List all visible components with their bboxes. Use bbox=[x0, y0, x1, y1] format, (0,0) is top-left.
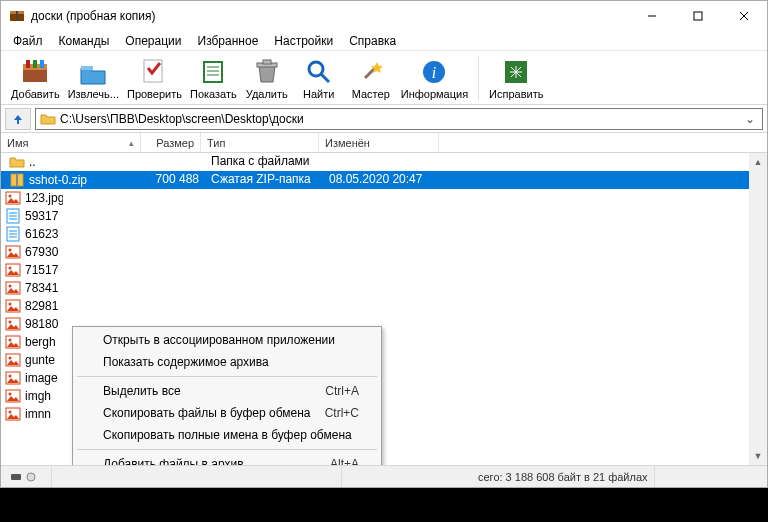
list-item[interactable]: sshot-0.zip700 488Сжатая ZIP-папка08.05.… bbox=[1, 171, 749, 189]
list-item[interactable]: 123.jpg bbox=[1, 189, 63, 207]
view-icon bbox=[199, 58, 227, 86]
col-modified[interactable]: Изменён bbox=[319, 133, 439, 152]
list-item[interactable]: 71517 bbox=[1, 261, 63, 279]
list-item[interactable]: 78341 bbox=[1, 279, 63, 297]
img-icon bbox=[5, 334, 21, 350]
extract-icon bbox=[79, 58, 107, 86]
wizard-icon bbox=[357, 58, 385, 86]
context-menu: Открыть в ассоциированном приложенииПока… bbox=[72, 326, 382, 465]
vertical-scrollbar[interactable]: ▲ ▼ bbox=[749, 153, 767, 465]
toolbar-label: Добавить bbox=[11, 88, 60, 100]
svg-point-41 bbox=[9, 249, 12, 252]
menubar: Файл Команды Операции Избранное Настройк… bbox=[1, 31, 767, 51]
minimize-button[interactable] bbox=[629, 1, 675, 31]
img-icon bbox=[5, 352, 21, 368]
context-item[interactable]: Скопировать файлы в буфер обменаCtrl+C bbox=[75, 402, 379, 424]
svg-text:i: i bbox=[432, 64, 436, 81]
menu-help[interactable]: Справка bbox=[341, 32, 404, 50]
list-item[interactable]: image bbox=[1, 369, 63, 387]
svg-point-49 bbox=[9, 321, 12, 324]
menu-settings[interactable]: Настройки bbox=[266, 32, 341, 50]
img-icon bbox=[5, 280, 21, 296]
list-item[interactable]: 61623 bbox=[1, 225, 63, 243]
toolbar-repair-button[interactable]: Исправить bbox=[485, 53, 547, 103]
context-item[interactable]: Добавить файлы в архивAlt+A bbox=[75, 453, 379, 465]
toolbar-label: Удалить bbox=[246, 88, 288, 100]
context-item[interactable]: Выделить всеCtrl+A bbox=[75, 380, 379, 402]
txt-icon bbox=[5, 208, 21, 224]
col-type[interactable]: Тип bbox=[201, 133, 319, 152]
list-item[interactable]: bergh bbox=[1, 333, 63, 351]
add-icon bbox=[21, 58, 49, 86]
menu-file[interactable]: Файл bbox=[5, 32, 51, 50]
list-item[interactable]: imgh bbox=[1, 387, 63, 405]
list-item[interactable]: gunte bbox=[1, 351, 63, 369]
svg-point-45 bbox=[9, 285, 12, 288]
list-item[interactable]: 82981 bbox=[1, 297, 63, 315]
zip-icon bbox=[9, 172, 25, 188]
svg-point-51 bbox=[9, 339, 12, 342]
context-item[interactable]: Открыть в ассоциированном приложении bbox=[75, 329, 379, 351]
address-input[interactable]: C:\Users\ПВВ\Desktop\screen\Desktop\доск… bbox=[35, 108, 763, 130]
toolbar-label: Исправить bbox=[489, 88, 543, 100]
info-icon: i bbox=[420, 58, 448, 86]
sort-asc-icon: ▴ bbox=[129, 138, 134, 148]
address-dropdown-icon[interactable]: ⌄ bbox=[742, 112, 758, 126]
svg-rect-12 bbox=[81, 66, 93, 70]
list-item[interactable]: 59317 bbox=[1, 207, 63, 225]
status-icon bbox=[5, 466, 52, 487]
svg-point-53 bbox=[9, 357, 12, 360]
toolbar-info-button[interactable]: iИнформация bbox=[397, 53, 472, 103]
context-item[interactable]: Показать содержимое архива bbox=[75, 351, 379, 373]
up-button[interactable] bbox=[5, 108, 31, 130]
toolbar-extract-button[interactable]: Извлечь... bbox=[64, 53, 123, 103]
list-header: Имя▴ Размер Тип Изменён bbox=[1, 133, 767, 153]
scroll-down-icon[interactable]: ▼ bbox=[749, 447, 767, 465]
app-window: доски (пробная копия) Файл Команды Опера… bbox=[0, 0, 768, 488]
svg-rect-60 bbox=[11, 474, 21, 480]
img-icon bbox=[5, 370, 21, 386]
toolbar-add-button[interactable]: Добавить bbox=[7, 53, 64, 103]
svg-rect-4 bbox=[694, 12, 702, 20]
svg-point-55 bbox=[9, 375, 12, 378]
img-icon bbox=[5, 406, 21, 422]
menu-operations[interactable]: Операции bbox=[117, 32, 189, 50]
scroll-up-icon[interactable]: ▲ bbox=[749, 153, 767, 171]
toolbar-delete-button[interactable]: Удалить bbox=[241, 53, 293, 103]
toolbar-view-button[interactable]: Показать bbox=[186, 53, 241, 103]
toolbar-wizard-button[interactable]: Мастер bbox=[345, 53, 397, 103]
col-size[interactable]: Размер bbox=[141, 133, 201, 152]
test-icon bbox=[140, 58, 168, 86]
titlebar: доски (пробная копия) bbox=[1, 1, 767, 31]
close-button[interactable] bbox=[721, 1, 767, 31]
file-list: Имя▴ Размер Тип Изменён ..Папка с файлам… bbox=[1, 133, 767, 465]
menu-favorites[interactable]: Избранное bbox=[190, 32, 267, 50]
img-icon bbox=[5, 190, 21, 206]
list-item[interactable]: 98180 bbox=[1, 315, 63, 333]
context-item[interactable]: Скопировать полные имена в буфер обмена bbox=[75, 424, 379, 446]
svg-rect-15 bbox=[205, 63, 221, 81]
img-icon bbox=[5, 244, 21, 260]
menu-commands[interactable]: Команды bbox=[51, 32, 118, 50]
maximize-button[interactable] bbox=[675, 1, 721, 31]
toolbar-label: Проверить bbox=[127, 88, 182, 100]
svg-line-22 bbox=[321, 74, 329, 82]
svg-point-31 bbox=[9, 195, 12, 198]
toolbar-label: Информация bbox=[401, 88, 468, 100]
address-bar: C:\Users\ПВВ\Desktop\screen\Desktop\доск… bbox=[1, 105, 767, 133]
toolbar-label: Извлечь... bbox=[68, 88, 119, 100]
toolbar-test-button[interactable]: Проверить bbox=[123, 53, 186, 103]
svg-rect-9 bbox=[26, 60, 30, 68]
folder-icon bbox=[40, 111, 56, 127]
svg-rect-20 bbox=[263, 60, 271, 64]
svg-rect-29 bbox=[16, 174, 18, 186]
list-item[interactable]: ..Папка с файлами bbox=[1, 153, 749, 171]
txt-icon bbox=[5, 226, 21, 242]
statusbar: сего: 3 188 608 байт в 21 файлах bbox=[1, 465, 767, 487]
toolbar-find-button[interactable]: Найти bbox=[293, 53, 345, 103]
list-item[interactable]: imnn bbox=[1, 405, 63, 423]
img-icon bbox=[5, 298, 21, 314]
list-item[interactable]: 67930 bbox=[1, 243, 63, 261]
col-name[interactable]: Имя▴ bbox=[1, 133, 141, 152]
app-icon bbox=[9, 8, 25, 24]
